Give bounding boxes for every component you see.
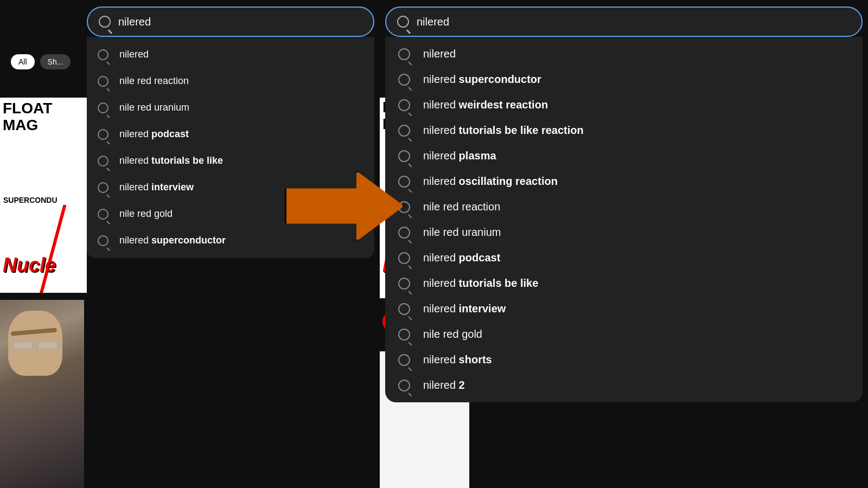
dd-label-7-left: nilered superconductor (119, 235, 226, 246)
search-icon-right (397, 16, 409, 28)
search-icon-dd-0-right (398, 48, 410, 60)
filter-chip-all-left[interactable]: All (11, 54, 35, 69)
search-icon-dd-12-right (398, 354, 410, 366)
dd-label-5-right: nilered oscillating reaction (423, 175, 558, 188)
search-input-left[interactable]: nilered (118, 16, 151, 28)
dd-label-4-left: nilered tutorials be like (119, 155, 223, 166)
dd-item-1-right[interactable]: nilered superconductor (385, 67, 863, 92)
dd-item-reaction-left[interactable]: nile red reaction (87, 68, 374, 94)
right-panel: FLOAT MAG SUPERCONDU Nucle Short... nile… (380, 0, 868, 488)
dropdown-right: nilered nilered superconductor nilered w… (385, 37, 863, 402)
dd-item-podcast-left[interactable]: nilered podcast (87, 121, 374, 147)
face-photo-left (0, 300, 84, 488)
dd-label-9-right: nilered tutorials be like (423, 277, 538, 290)
search-icon-dd-5-left (98, 182, 108, 193)
dd-item-3-right[interactable]: nilered tutorials be like reaction (385, 118, 863, 143)
dd-label-10-right: nilered interview (423, 303, 506, 315)
dd-label-2-right: nilered weirdest reaction (423, 99, 548, 111)
filter-chip-shorts-left[interactable]: Sh... (40, 54, 71, 69)
dd-item-6-right[interactable]: nile red reaction (385, 194, 863, 220)
dd-item-8-right[interactable]: nilered podcast (385, 245, 863, 271)
dd-item-nilered-left[interactable]: nilered (87, 41, 374, 68)
dd-item-10-right[interactable]: nilered interview (385, 296, 863, 322)
dd-label-4-right: nilered plasma (423, 150, 496, 162)
dd-item-2-right[interactable]: nilered weirdest reaction (385, 92, 863, 118)
dd-label-6-left: nile red gold (119, 208, 173, 220)
dd-label-3-left: nilered podcast (119, 129, 189, 140)
thumb-nucle-left: Nucle (3, 254, 56, 277)
search-bar-right[interactable]: nilered (385, 7, 863, 37)
dd-label-0-left: nilered (119, 49, 149, 60)
dd-label-3-right: nilered tutorials be like reaction (423, 124, 584, 137)
dd-label-1-left: nile red reaction (119, 75, 189, 87)
dd-item-4-right[interactable]: nilered plasma (385, 143, 863, 169)
search-icon-dd-1-right (398, 74, 410, 86)
search-icon-dd-0-left (98, 49, 108, 60)
dd-label-12-right: nilered shorts (423, 354, 492, 366)
filter-bar-left: All Sh... (0, 54, 81, 69)
dd-label-7-right: nile red uranium (423, 226, 501, 239)
search-icon-dd-3-right (398, 125, 410, 137)
search-icon-dd-4-right (398, 150, 410, 162)
search-icon-dd-13-right (398, 380, 410, 391)
search-input-right[interactable]: nilered (417, 16, 449, 28)
search-icon-dd-9-right (398, 278, 410, 290)
direction-arrow (285, 171, 404, 241)
arrow-container (279, 165, 410, 247)
dd-item-11-right[interactable]: nile red gold (385, 322, 863, 347)
thumb-title-left: FLOAT MAG (3, 100, 52, 134)
dd-label-2-left: nile red uranium (119, 102, 189, 113)
dd-item-12-right[interactable]: nilered shorts (385, 347, 863, 373)
search-icon-dd-2-left (98, 102, 108, 113)
dd-label-6-right: nile red reaction (423, 201, 500, 213)
search-icon-dd-1-left (98, 76, 108, 87)
search-icon-dd-8-right (398, 252, 410, 264)
dd-label-1-right: nilered superconductor (423, 73, 541, 86)
search-icon-dd-4-left (98, 156, 108, 166)
dd-item-13-right[interactable]: nilered 2 (385, 373, 863, 398)
search-icon-dd-11-right (398, 329, 410, 341)
red-line (31, 197, 68, 293)
dd-item-5-right[interactable]: nilered oscillating reaction (385, 169, 863, 194)
search-icon-dd-2-right (398, 99, 410, 111)
search-icon-dd-7-left (98, 235, 108, 246)
dd-label-11-right: nile red gold (423, 328, 482, 341)
search-icon-left (99, 16, 111, 28)
search-icon-dd-10-right (398, 303, 410, 315)
dd-item-0-right[interactable]: nilered (385, 41, 863, 67)
dd-label-0-right: nilered (423, 48, 456, 60)
search-bar-left[interactable]: nilered (87, 7, 374, 37)
dd-label-5-left: nilered interview (119, 182, 194, 193)
thumb-supercondu-left: SUPERCONDU (3, 195, 84, 205)
search-icon-dd-3-left (98, 129, 108, 140)
dd-item-7-right[interactable]: nile red uranium (385, 220, 863, 245)
dd-item-uranium-left[interactable]: nile red uranium (87, 94, 374, 121)
dd-label-8-right: nilered podcast (423, 252, 500, 264)
search-icon-dd-6-left (98, 209, 108, 220)
dd-item-9-right[interactable]: nilered tutorials be like (385, 271, 863, 296)
dd-label-13-right: nilered 2 (423, 379, 465, 391)
